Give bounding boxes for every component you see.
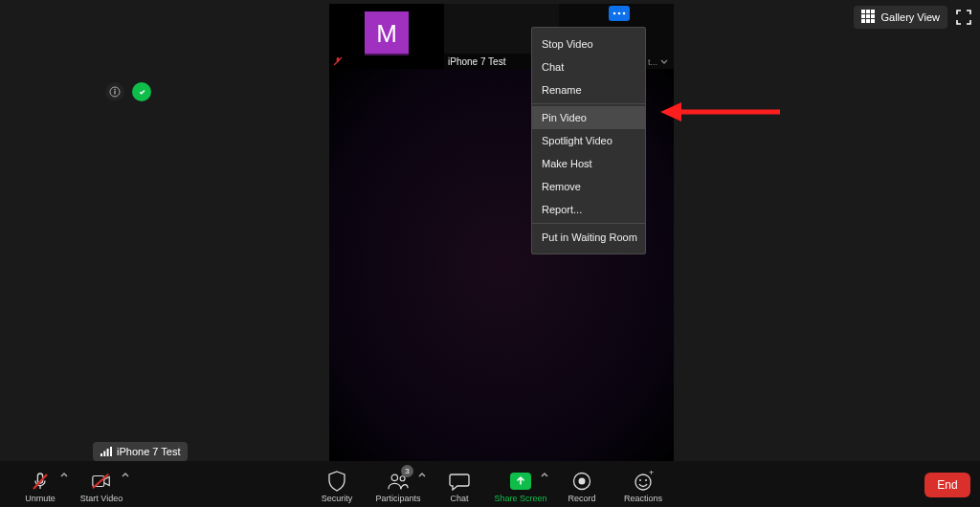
reactions-button[interactable]: + Reactions — [612, 461, 674, 507]
status-icons — [105, 82, 151, 101]
svg-rect-18 — [100, 453, 102, 456]
toolbar-label: Reactions — [624, 494, 662, 503]
chat-icon — [449, 471, 470, 492]
toolbar-label: Participants — [375, 494, 420, 503]
mic-muted-icon — [333, 56, 343, 66]
tooltip-text: iPhone 7 Test — [117, 446, 180, 457]
share-screen-button[interactable]: Share Screen — [490, 461, 551, 507]
fullscreen-icon — [956, 10, 971, 25]
toolbar-label: Unmute — [25, 494, 56, 503]
toolbar-label: Record — [568, 494, 595, 503]
svg-point-12 — [623, 12, 626, 15]
shield-icon — [326, 471, 347, 492]
menu-item-chat[interactable]: Chat — [532, 55, 645, 78]
toolbar-label: Chat — [450, 494, 468, 503]
ellipsis-icon — [612, 11, 626, 15]
shield-check-icon — [137, 87, 147, 98]
toolbar-label: Security — [322, 494, 353, 503]
speaker-tooltip: iPhone 7 Test — [93, 442, 188, 461]
share-caret[interactable] — [540, 467, 549, 476]
svg-rect-5 — [871, 14, 875, 18]
start-video-button[interactable]: Start Video — [71, 461, 132, 507]
participant-thumb[interactable]: M — [329, 4, 444, 69]
svg-rect-24 — [93, 476, 104, 487]
record-button[interactable]: Record — [551, 461, 612, 507]
signal-icon — [100, 447, 112, 456]
meeting-toolbar: Unmute Start Video Security — [0, 461, 980, 507]
svg-rect-21 — [110, 447, 112, 456]
avatar: M — [365, 11, 409, 55]
menu-item-rename[interactable]: Rename — [532, 78, 645, 101]
svg-rect-6 — [861, 19, 865, 23]
gallery-view-button[interactable]: Gallery View — [854, 6, 947, 29]
thumb-label: iPhone 7 Test — [448, 56, 505, 67]
svg-rect-19 — [103, 452, 105, 457]
svg-point-31 — [639, 479, 641, 481]
security-button[interactable]: Security — [306, 461, 368, 507]
fullscreen-button[interactable] — [953, 7, 974, 28]
participants-count-badge: 3 — [401, 465, 413, 477]
arrow-icon — [660, 99, 785, 124]
svg-point-14 — [114, 89, 116, 91]
toolbar-label: Share Screen — [494, 494, 546, 503]
meeting-window: Gallery View M iPhone 7 Test Connecting … — [0, 0, 980, 507]
svg-text:+: + — [649, 471, 654, 477]
video-caret[interactable] — [121, 467, 130, 476]
menu-item-make-host[interactable]: Make Host — [532, 152, 645, 175]
grid-icon — [861, 10, 875, 25]
participants-caret[interactable] — [417, 467, 427, 476]
menu-item-report[interactable]: Report... — [532, 198, 645, 221]
svg-point-11 — [618, 12, 621, 15]
record-icon — [571, 471, 592, 492]
svg-rect-0 — [861, 10, 865, 13]
svg-rect-3 — [861, 14, 865, 18]
svg-rect-20 — [107, 449, 109, 456]
menu-item-waiting-room[interactable]: Put in Waiting Room — [532, 226, 645, 249]
svg-point-10 — [613, 12, 616, 15]
thumb-label-bar — [329, 54, 444, 69]
info-icon — [109, 86, 121, 98]
meeting-info-button[interactable] — [105, 82, 124, 101]
avatar-letter: M — [376, 19, 397, 49]
encryption-shield-button[interactable] — [132, 82, 151, 101]
audio-caret[interactable] — [59, 467, 69, 476]
share-icon — [510, 471, 531, 492]
svg-rect-2 — [871, 10, 875, 13]
chevron-down-icon — [660, 58, 668, 66]
end-meeting-button[interactable]: End — [924, 473, 970, 497]
svg-point-26 — [391, 474, 397, 480]
participant-context-menu: Stop Video Chat Rename Pin Video Spotlig… — [531, 27, 646, 254]
participants-button[interactable]: 3 Participants — [368, 461, 429, 507]
mic-muted-icon — [30, 471, 51, 492]
chat-button[interactable]: Chat — [429, 461, 490, 507]
thumb-options-button[interactable] — [609, 6, 630, 21]
svg-marker-17 — [660, 102, 681, 121]
svg-point-29 — [579, 478, 586, 485]
top-right-controls: Gallery View — [854, 6, 974, 29]
svg-rect-7 — [866, 19, 870, 23]
menu-item-stop-video[interactable]: Stop Video — [532, 33, 645, 55]
annotation-arrow — [660, 99, 785, 128]
unmute-button[interactable]: Unmute — [10, 461, 71, 507]
svg-rect-1 — [866, 10, 870, 13]
menu-item-remove[interactable]: Remove — [532, 175, 645, 198]
svg-rect-4 — [866, 14, 870, 18]
menu-item-pin-video[interactable]: Pin Video — [532, 106, 645, 129]
video-off-icon — [91, 471, 112, 492]
toolbar-label: Start Video — [80, 494, 122, 503]
end-label: End — [937, 478, 957, 492]
menu-item-spotlight-video[interactable]: Spotlight Video — [532, 129, 645, 152]
gallery-view-label: Gallery View — [880, 11, 940, 23]
svg-rect-15 — [114, 91, 115, 95]
reactions-icon: + — [633, 471, 654, 492]
svg-rect-8 — [871, 19, 875, 23]
svg-point-32 — [645, 479, 647, 481]
